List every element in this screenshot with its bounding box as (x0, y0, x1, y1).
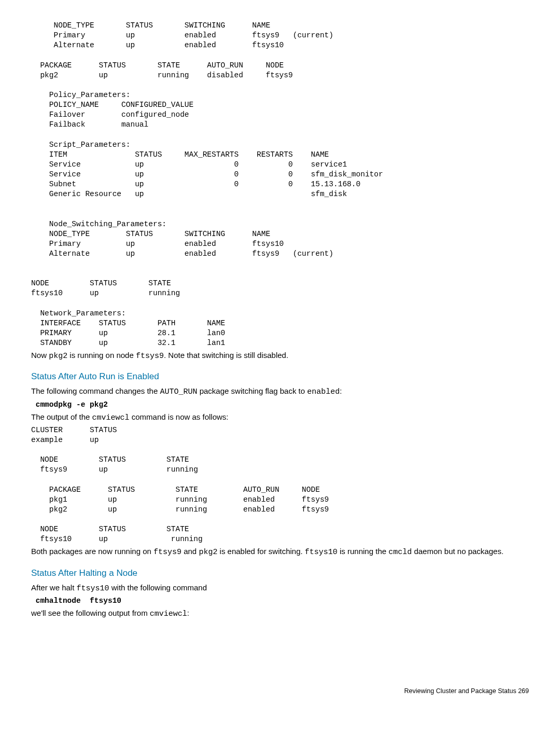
code-pkg2-2: pkg2 (199, 548, 217, 557)
heading-status-after-halting: Status After Halting a Node (31, 568, 529, 579)
code-ftsys9: ftsys9 (136, 352, 164, 361)
body-para-4: Both packages are now running on ftsys9 … (31, 546, 529, 558)
text: The following command changes the (31, 386, 160, 395)
text: . Note that switching is still disabled. (164, 351, 288, 360)
code-cmviewcl-2: cmviewcl (150, 610, 187, 618)
text: Now (31, 351, 49, 360)
text: with the following command (109, 583, 207, 592)
command-text: cmmodpkg -e pkg2 (31, 400, 108, 409)
text: is running on node (67, 351, 136, 360)
page-footer: Reviewing Cluster and Package Status 269 (31, 687, 529, 696)
text: is enabled for switching. (217, 547, 304, 556)
body-para-1: Now pkg2 is running on node ftsys9. Note… (31, 350, 529, 362)
text: daemon but no packages. (412, 547, 503, 556)
text: is running the (338, 547, 388, 556)
text: we'll see the following output from (31, 609, 150, 617)
text: Both packages are now running on (31, 547, 153, 556)
text: command is now as follows: (130, 412, 229, 421)
body-para-3: The output of the cmviewcl command is no… (31, 412, 529, 423)
code-pkg2: pkg2 (49, 352, 67, 361)
text: The output of the (31, 412, 92, 421)
body-para-6: we'll see the following output from cmvi… (31, 608, 529, 619)
text: After we halt (31, 583, 77, 592)
heading-status-after-auto-run: Status After Auto Run is Enabled (31, 371, 529, 383)
code-auto-run: AUTO_RUN (160, 388, 197, 396)
text: : (187, 609, 189, 617)
text: package switching flag back to (198, 386, 307, 395)
text: and (181, 547, 199, 556)
command-text: cmhaltnode ftsys10 (31, 597, 121, 605)
command-cmhaltnode: cmhaltnode ftsys10 (31, 596, 529, 606)
body-para-5: After we halt ftsys10 with the following… (31, 583, 529, 594)
body-para-2: The following command changes the AUTO_R… (31, 386, 529, 397)
code-cmviewcl-1: cmviewcl (92, 413, 130, 422)
command-cmmodpkg: cmmodpkg -e pkg2 (31, 400, 529, 410)
code-ftsys10-2: ftsys10 (77, 584, 109, 593)
terminal-output-1: NODE_TYPE STATUS SWITCHING NAME Primary … (31, 21, 529, 348)
text: : (340, 386, 342, 395)
code-cmcld: cmcld (388, 548, 412, 557)
code-enabled: enabled (307, 388, 340, 396)
terminal-output-2: CLUSTER STATUS example up NODE STATUS ST… (31, 425, 529, 545)
code-ftsys9-2: ftsys9 (153, 548, 181, 557)
code-ftsys10: ftsys10 (305, 548, 338, 557)
